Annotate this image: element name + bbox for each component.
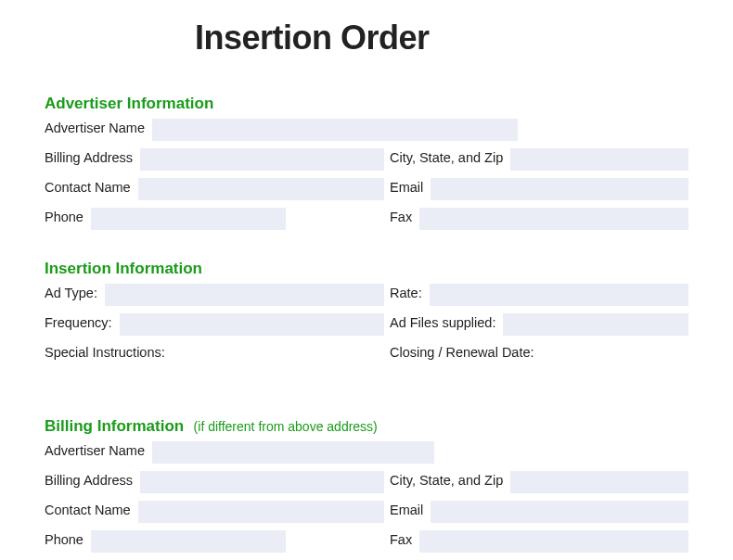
label-billing-fax: Fax [390, 530, 419, 547]
row-frequency: Frequency: Ad Files supplied: [45, 313, 688, 339]
label-billing-address: Billing Address [45, 148, 140, 165]
label-billing-phone: Phone [45, 530, 91, 547]
field-phone[interactable] [91, 208, 286, 230]
field-advertiser-name[interactable] [152, 119, 518, 141]
row-contact-name: Contact Name Email [45, 178, 688, 204]
section-insertion: Insertion Information Ad Type: Rate: Fre… [45, 260, 688, 391]
form-body: Advertiser Information Advertiser Name B… [0, 95, 733, 556]
section-heading-advertiser: Advertiser Information [45, 95, 688, 113]
section-heading-insertion: Insertion Information [45, 260, 688, 278]
row-billing-advertiser-name: Advertiser Name [45, 441, 688, 467]
label-city-state-zip: City, State, and Zip [390, 148, 510, 165]
field-billing-billing-address[interactable] [140, 471, 384, 493]
field-contact-name[interactable] [138, 178, 384, 200]
row-billing-address: Billing Address City, State, and Zip [45, 148, 688, 174]
label-special-instructions: Special Instructions: [45, 343, 173, 360]
label-rate: Rate: [390, 284, 430, 300]
label-email: Email [390, 178, 431, 195]
label-ad-files-supplied: Ad Files supplied: [390, 313, 503, 330]
row-phone: Phone Fax [45, 208, 688, 234]
row-billing-contact-name: Contact Name Email [45, 501, 688, 527]
label-contact-name: Contact Name [45, 178, 138, 195]
row-special-instructions: Special Instructions: Closing / Renewal … [45, 343, 688, 391]
row-billing-billing-address: Billing Address City, State, and Zip [45, 471, 688, 497]
label-billing-email: Email [390, 501, 431, 517]
row-ad-type: Ad Type: Rate: [45, 284, 688, 310]
page-title: Insertion Order [0, 19, 733, 57]
row-advertiser-name: Advertiser Name [45, 119, 688, 145]
field-billing-advertiser-name[interactable] [152, 441, 434, 464]
label-frequency: Frequency: [45, 313, 120, 330]
field-city-state-zip[interactable] [510, 148, 688, 171]
label-billing-city-state-zip: City, State, and Zip [390, 471, 510, 488]
field-billing-city-state-zip[interactable] [510, 471, 688, 493]
section-heading-billing-wrap: Billing Information (if different from a… [45, 417, 688, 436]
label-advertiser-name: Advertiser Name [45, 119, 152, 135]
field-billing-contact-name[interactable] [138, 501, 384, 523]
label-billing-contact-name: Contact Name [45, 501, 138, 517]
field-fax[interactable] [419, 208, 688, 230]
field-billing-phone[interactable] [91, 530, 286, 553]
field-ad-files-supplied[interactable] [503, 313, 688, 336]
section-advertiser: Advertiser Information Advertiser Name B… [45, 95, 688, 234]
field-billing-address[interactable] [140, 148, 384, 171]
label-fax: Fax [390, 208, 419, 224]
section-heading-billing: Billing Information [45, 417, 184, 435]
field-ad-type[interactable] [105, 284, 384, 306]
section-subtitle-billing: (if different from above address) [194, 419, 378, 434]
field-rate[interactable] [430, 284, 688, 306]
field-email[interactable] [431, 178, 688, 200]
label-billing-billing-address: Billing Address [45, 471, 140, 488]
row-billing-phone: Phone Fax [45, 530, 688, 556]
label-phone: Phone [45, 208, 91, 224]
field-frequency[interactable] [120, 313, 384, 336]
field-billing-fax[interactable] [419, 530, 688, 553]
label-ad-type: Ad Type: [45, 284, 105, 300]
label-closing-renewal-date: Closing / Renewal Date: [390, 343, 542, 360]
field-billing-email[interactable] [431, 501, 688, 523]
label-billing-advertiser-name: Advertiser Name [45, 441, 152, 458]
section-billing: Billing Information (if different from a… [45, 417, 688, 556]
